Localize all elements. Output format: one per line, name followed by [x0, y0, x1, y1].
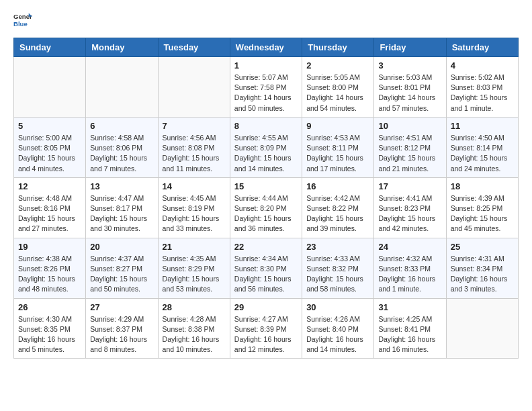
- page-header: General Blue: [13, 11, 519, 30]
- calendar-cell: 18Sunrise: 4:39 AM Sunset: 8:25 PM Dayli…: [446, 177, 518, 238]
- day-number: 30: [306, 302, 369, 312]
- day-info: Sunrise: 5:05 AM Sunset: 8:00 PM Dayligh…: [306, 73, 369, 113]
- day-number: 22: [234, 242, 298, 252]
- day-info: Sunrise: 4:45 AM Sunset: 8:19 PM Dayligh…: [163, 193, 226, 234]
- day-info: Sunrise: 4:42 AM Sunset: 8:22 PM Dayligh…: [306, 193, 369, 234]
- day-info: Sunrise: 4:30 AM Sunset: 8:35 PM Dayligh…: [18, 314, 81, 355]
- day-of-week-header: Wednesday: [230, 38, 302, 57]
- calendar-cell: 1Sunrise: 5:07 AM Sunset: 7:58 PM Daylig…: [230, 57, 302, 118]
- calendar-cell: 26Sunrise: 4:30 AM Sunset: 8:35 PM Dayli…: [14, 298, 86, 359]
- calendar-table: SundayMondayTuesdayWednesdayThursdayFrid…: [13, 38, 519, 359]
- day-number: 25: [451, 242, 514, 252]
- calendar-cell: 15Sunrise: 4:44 AM Sunset: 8:20 PM Dayli…: [230, 177, 302, 238]
- calendar-cell: 6Sunrise: 4:58 AM Sunset: 8:06 PM Daylig…: [86, 117, 158, 177]
- day-info: Sunrise: 5:00 AM Sunset: 8:05 PM Dayligh…: [18, 133, 81, 174]
- calendar-week-row: 19Sunrise: 4:38 AM Sunset: 8:26 PM Dayli…: [14, 238, 519, 298]
- day-number: 27: [90, 302, 153, 312]
- day-info: Sunrise: 5:07 AM Sunset: 7:58 PM Dayligh…: [234, 73, 298, 113]
- calendar-cell: 10Sunrise: 4:51 AM Sunset: 8:12 PM Dayli…: [374, 117, 446, 177]
- day-number: 13: [90, 181, 153, 191]
- calendar-cell: 14Sunrise: 4:45 AM Sunset: 8:19 PM Dayli…: [158, 177, 230, 238]
- day-info: Sunrise: 4:27 AM Sunset: 8:39 PM Dayligh…: [234, 314, 298, 355]
- day-number: 11: [451, 121, 514, 131]
- day-info: Sunrise: 4:55 AM Sunset: 8:09 PM Dayligh…: [234, 133, 298, 174]
- day-number: 31: [378, 302, 441, 312]
- day-number: 5: [18, 121, 81, 131]
- calendar-cell: [14, 57, 86, 118]
- day-number: 29: [234, 302, 298, 312]
- calendar-cell: 31Sunrise: 4:25 AM Sunset: 8:41 PM Dayli…: [374, 298, 446, 359]
- day-of-week-header: Tuesday: [158, 38, 230, 57]
- calendar-cell: 5Sunrise: 5:00 AM Sunset: 8:05 PM Daylig…: [14, 117, 86, 177]
- day-info: Sunrise: 4:56 AM Sunset: 8:08 PM Dayligh…: [163, 133, 226, 174]
- calendar-cell: 21Sunrise: 4:35 AM Sunset: 8:29 PM Dayli…: [158, 238, 230, 298]
- day-info: Sunrise: 4:53 AM Sunset: 8:11 PM Dayligh…: [306, 133, 369, 174]
- calendar-cell: 17Sunrise: 4:41 AM Sunset: 8:23 PM Dayli…: [374, 177, 446, 238]
- calendar-cell: 19Sunrise: 4:38 AM Sunset: 8:26 PM Dayli…: [14, 238, 86, 298]
- calendar-cell: 22Sunrise: 4:34 AM Sunset: 8:30 PM Dayli…: [230, 238, 302, 298]
- day-number: 3: [378, 60, 441, 71]
- day-of-week-header: Sunday: [14, 38, 86, 57]
- day-number: 16: [306, 181, 369, 191]
- calendar-cell: 4Sunrise: 5:02 AM Sunset: 8:03 PM Daylig…: [446, 57, 518, 118]
- day-info: Sunrise: 4:28 AM Sunset: 8:38 PM Dayligh…: [163, 314, 226, 355]
- calendar-cell: 16Sunrise: 4:42 AM Sunset: 8:22 PM Dayli…: [302, 177, 374, 238]
- day-number: 26: [18, 302, 81, 312]
- day-info: Sunrise: 4:58 AM Sunset: 8:06 PM Dayligh…: [90, 133, 153, 174]
- day-number: 4: [451, 60, 514, 71]
- day-number: 6: [90, 121, 153, 131]
- calendar-cell: 11Sunrise: 4:50 AM Sunset: 8:14 PM Dayli…: [446, 117, 518, 177]
- day-of-week-header: Monday: [86, 38, 158, 57]
- calendar-cell: [446, 298, 518, 359]
- day-number: 12: [18, 181, 81, 191]
- day-info: Sunrise: 4:37 AM Sunset: 8:27 PM Dayligh…: [90, 254, 153, 295]
- day-number: 8: [234, 121, 298, 131]
- day-info: Sunrise: 4:32 AM Sunset: 8:33 PM Dayligh…: [378, 254, 441, 295]
- day-of-week-header: Thursday: [302, 38, 374, 57]
- day-info: Sunrise: 4:39 AM Sunset: 8:25 PM Dayligh…: [451, 193, 514, 234]
- calendar-cell: 7Sunrise: 4:56 AM Sunset: 8:08 PM Daylig…: [158, 117, 230, 177]
- calendar-header-row: SundayMondayTuesdayWednesdayThursdayFrid…: [14, 38, 519, 57]
- day-info: Sunrise: 4:38 AM Sunset: 8:26 PM Dayligh…: [18, 254, 81, 295]
- day-info: Sunrise: 4:51 AM Sunset: 8:12 PM Dayligh…: [378, 133, 441, 174]
- day-number: 9: [306, 121, 369, 131]
- day-info: Sunrise: 4:26 AM Sunset: 8:40 PM Dayligh…: [306, 314, 369, 355]
- calendar-cell: 27Sunrise: 4:29 AM Sunset: 8:37 PM Dayli…: [86, 298, 158, 359]
- calendar-cell: 13Sunrise: 4:47 AM Sunset: 8:17 PM Dayli…: [86, 177, 158, 238]
- day-number: 24: [378, 242, 441, 252]
- day-of-week-header: Saturday: [446, 38, 518, 57]
- day-number: 28: [163, 302, 226, 312]
- day-number: 23: [306, 242, 369, 252]
- day-number: 7: [163, 121, 226, 131]
- calendar-cell: 9Sunrise: 4:53 AM Sunset: 8:11 PM Daylig…: [302, 117, 374, 177]
- calendar-cell: 24Sunrise: 4:32 AM Sunset: 8:33 PM Dayli…: [374, 238, 446, 298]
- calendar-week-row: 5Sunrise: 5:00 AM Sunset: 8:05 PM Daylig…: [14, 117, 519, 177]
- day-number: 18: [451, 181, 514, 191]
- day-info: Sunrise: 4:34 AM Sunset: 8:30 PM Dayligh…: [234, 254, 298, 295]
- calendar-cell: 29Sunrise: 4:27 AM Sunset: 8:39 PM Dayli…: [230, 298, 302, 359]
- day-info: Sunrise: 4:48 AM Sunset: 8:16 PM Dayligh…: [18, 193, 81, 234]
- day-info: Sunrise: 4:29 AM Sunset: 8:37 PM Dayligh…: [90, 314, 153, 355]
- calendar-cell: 30Sunrise: 4:26 AM Sunset: 8:40 PM Dayli…: [302, 298, 374, 359]
- calendar-week-row: 12Sunrise: 4:48 AM Sunset: 8:16 PM Dayli…: [14, 177, 519, 238]
- day-info: Sunrise: 5:03 AM Sunset: 8:01 PM Dayligh…: [378, 73, 441, 113]
- day-number: 17: [378, 181, 441, 191]
- day-info: Sunrise: 4:50 AM Sunset: 8:14 PM Dayligh…: [451, 133, 514, 174]
- calendar-cell: [158, 57, 230, 118]
- calendar-cell: [86, 57, 158, 118]
- day-number: 10: [378, 121, 441, 131]
- day-info: Sunrise: 4:31 AM Sunset: 8:34 PM Dayligh…: [451, 254, 514, 295]
- day-number: 1: [234, 60, 298, 71]
- day-number: 20: [90, 242, 153, 252]
- calendar-cell: 8Sunrise: 4:55 AM Sunset: 8:09 PM Daylig…: [230, 117, 302, 177]
- calendar-cell: 25Sunrise: 4:31 AM Sunset: 8:34 PM Dayli…: [446, 238, 518, 298]
- day-number: 14: [163, 181, 226, 191]
- svg-text:Blue: Blue: [13, 20, 28, 28]
- calendar-cell: 28Sunrise: 4:28 AM Sunset: 8:38 PM Dayli…: [158, 298, 230, 359]
- day-info: Sunrise: 4:47 AM Sunset: 8:17 PM Dayligh…: [90, 193, 153, 234]
- logo: General Blue: [13, 11, 32, 30]
- day-number: 15: [234, 181, 298, 191]
- day-info: Sunrise: 4:41 AM Sunset: 8:23 PM Dayligh…: [378, 193, 441, 234]
- day-info: Sunrise: 4:35 AM Sunset: 8:29 PM Dayligh…: [163, 254, 226, 295]
- calendar-cell: 3Sunrise: 5:03 AM Sunset: 8:01 PM Daylig…: [374, 57, 446, 118]
